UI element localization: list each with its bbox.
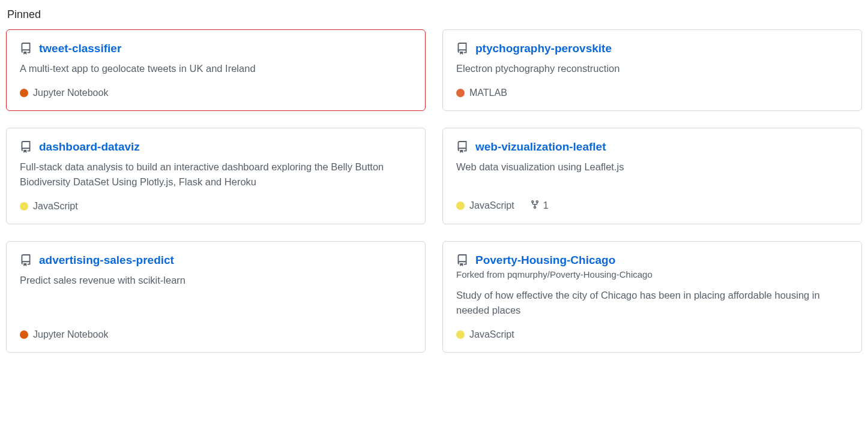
repo-icon: [456, 43, 468, 55]
repo-icon: [456, 254, 468, 266]
repo-language: Jupyter Notebook: [20, 329, 108, 340]
pinned-heading: Pinned: [7, 8, 862, 21]
language-name: JavaScript: [33, 201, 78, 212]
repo-meta: JavaScript: [456, 329, 848, 340]
repo-card-header: ptychography-perovskite: [456, 42, 848, 55]
repo-name-link[interactable]: advertising-sales-predict: [39, 254, 174, 267]
repo-language: JavaScript: [456, 200, 514, 211]
language-color-dot: [20, 330, 28, 339]
repo-card-header: tweet-classifier: [20, 42, 412, 55]
language-name: Jupyter Notebook: [33, 329, 108, 340]
language-name: JavaScript: [469, 329, 514, 340]
language-name: JavaScript: [469, 200, 514, 211]
repo-card: web-vizualization-leafletWeb data visual…: [442, 128, 862, 224]
repo-language: MATLAB: [456, 88, 507, 98]
repo-name-link[interactable]: Poverty-Housing-Chicago: [475, 254, 615, 267]
repo-card-header: web-vizualization-leaflet: [456, 140, 848, 154]
repo-meta: JavaScript: [20, 201, 412, 212]
language-color-dot: [456, 89, 465, 97]
repo-card-header: advertising-sales-predict: [20, 254, 412, 267]
repo-card: tweet-classifierA multi-text app to geol…: [6, 29, 426, 111]
repo-description: Full-stack data analysis to build an int…: [20, 160, 412, 190]
repo-icon: [20, 43, 32, 55]
forks-count[interactable]: 1: [530, 200, 549, 212]
repo-meta: MATLAB: [456, 88, 848, 98]
language-name: MATLAB: [469, 88, 507, 98]
forks-number: 1: [543, 200, 549, 211]
repo-card: Poverty-Housing-ChicagoForked from pqmur…: [442, 241, 862, 353]
repo-description: Electron ptychography reconstruction: [456, 61, 848, 77]
repo-meta: JavaScript1: [456, 200, 848, 212]
repo-card: ptychography-perovskiteElectron ptychogr…: [442, 29, 862, 111]
repo-name-link[interactable]: dashboard-dataviz: [39, 140, 140, 154]
repo-language: JavaScript: [20, 201, 78, 212]
repo-description: Predict sales revenue with scikit-learn: [20, 273, 412, 288]
forked-from-label: Forked from pqmurphy/Poverty-Housing-Chi…: [456, 269, 848, 279]
language-color-dot: [456, 202, 465, 210]
repo-meta: Jupyter Notebook: [20, 329, 412, 340]
fork-icon: [530, 200, 540, 212]
repo-meta: Jupyter Notebook: [20, 88, 412, 98]
repo-description: A multi-text app to geolocate tweets in …: [20, 61, 412, 77]
repo-description: Study of how effective the city of Chica…: [456, 288, 848, 318]
repo-name-link[interactable]: tweet-classifier: [39, 42, 121, 55]
repo-icon: [20, 141, 32, 153]
repo-language: Jupyter Notebook: [20, 88, 108, 98]
pinned-grid: tweet-classifierA multi-text app to geol…: [6, 29, 862, 353]
repo-card-header: dashboard-dataviz: [20, 140, 412, 154]
language-color-dot: [20, 89, 28, 97]
language-name: Jupyter Notebook: [33, 88, 108, 98]
repo-icon: [456, 141, 468, 153]
language-color-dot: [456, 330, 465, 339]
repo-card: dashboard-datavizFull-stack data analysi…: [6, 128, 426, 224]
language-color-dot: [20, 202, 28, 211]
repo-card-header: Poverty-Housing-Chicago: [456, 254, 848, 267]
repo-language: JavaScript: [456, 329, 514, 340]
repo-icon: [20, 254, 32, 266]
repo-name-link[interactable]: web-vizualization-leaflet: [475, 140, 606, 154]
repo-description: Web data visualization using Leaflet.js: [456, 160, 848, 175]
repo-name-link[interactable]: ptychography-perovskite: [475, 42, 612, 55]
repo-card: advertising-sales-predictPredict sales r…: [6, 241, 426, 353]
